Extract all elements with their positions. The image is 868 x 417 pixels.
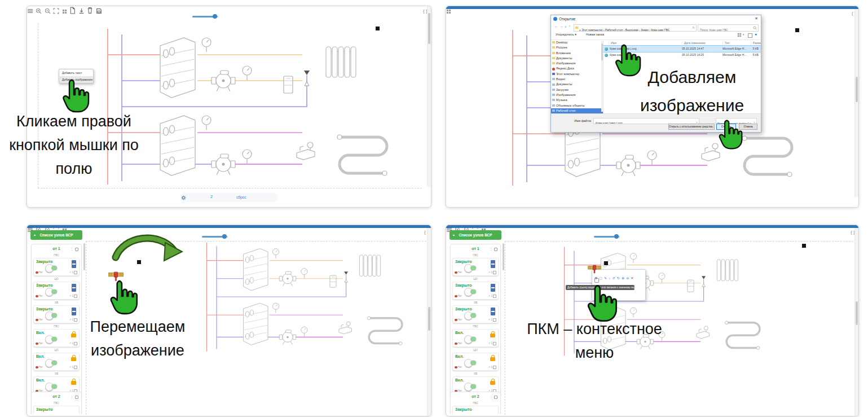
valve-toggle[interactable] [465, 289, 477, 295]
selection-handle[interactable] [137, 260, 141, 264]
sidebar-scrollbar[interactable] [83, 243, 85, 270]
valve-toggle[interactable] [465, 313, 477, 318]
valve-toggle[interactable] [465, 336, 477, 342]
selection-handle[interactable] [376, 27, 380, 30]
new-folder-button[interactable]: Новая папка [586, 33, 604, 36]
popup-tool-icon[interactable]: ✎ [604, 271, 607, 282]
close-icon[interactable]: ✕ [755, 16, 758, 21]
view-icon[interactable] [737, 33, 742, 37]
valve-toggle[interactable] [465, 384, 477, 389]
reset-link[interactable]: сброс [236, 195, 246, 199]
kebab-icon[interactable]: ⋮ [489, 245, 493, 252]
valve-card: Вкл. Нет ↗ 1 [452, 353, 499, 371]
folder-item[interactable]: Документы [551, 82, 603, 87]
help-icon[interactable]: ● [755, 32, 757, 36]
kebab-icon[interactable]: ⋮ [70, 393, 74, 400]
pin-icon[interactable] [75, 248, 78, 251]
column-type[interactable]: Тип [722, 41, 729, 45]
valve-device-icon [72, 284, 76, 292]
sidebar-header[interactable]: ▲ Список узлов ВСР [450, 230, 501, 240]
folder-item[interactable]: Видео [551, 77, 603, 82]
forward-icon[interactable]: → [559, 24, 563, 28]
open-with-button[interactable]: Открыть с использованием средства... [668, 124, 715, 130]
node-group: от 1 ⋮ ГВС Закрыто Нет ↗ 1 [450, 244, 501, 396]
lock-icon [490, 381, 495, 385]
folder-item[interactable]: Музыка [551, 98, 603, 103]
menu-item-add-text[interactable]: Добавить текст [59, 69, 93, 76]
valve-toggle[interactable] [46, 336, 58, 342]
valve-toggle[interactable] [465, 360, 477, 366]
folder-item[interactable]: Загрузки [551, 87, 603, 93]
column-date[interactable]: Дата изменения [682, 41, 706, 45]
valve-toggle[interactable] [46, 265, 58, 271]
pin-icon[interactable] [494, 396, 497, 399]
back-icon[interactable]: ← [554, 24, 558, 28]
popup-tool-icon[interactable]: ↺ [612, 271, 615, 282]
popup-tool-icon[interactable]: ↓ [609, 271, 610, 282]
valve-toggle[interactable] [46, 384, 58, 389]
valve-label: ЦО [452, 276, 499, 281]
folder-icon [552, 84, 555, 86]
popup-tool-icon[interactable]: ↻ [617, 271, 620, 282]
page-number[interactable]: 2 [210, 195, 213, 199]
valve-toggle[interactable] [465, 265, 477, 271]
valve-toggle[interactable] [46, 360, 58, 366]
gear-icon[interactable] [181, 195, 186, 200]
folder-item[interactable]: Объемные объекты [551, 103, 603, 108]
valve-meta: Нет ↗ 1 [455, 318, 496, 322]
valve-state: Вкл. [455, 378, 464, 382]
lock-icon [71, 357, 76, 361]
selection-handle[interactable] [604, 261, 608, 265]
folder-item[interactable]: Яндекс.Диск [551, 66, 603, 71]
node-group: от 2 ⋮ ГВС Закрыто [31, 392, 82, 414]
alarm-dot-icon [455, 366, 457, 369]
refresh-icon[interactable]: ↻ [693, 25, 695, 31]
sidebar-header[interactable]: ▲ Список узлов ВСР [30, 230, 82, 240]
folder-item[interactable]: Этот компьютер [551, 72, 603, 77]
selection-handle[interactable] [802, 244, 806, 248]
pin-icon[interactable] [494, 248, 497, 251]
valve-image[interactable] [588, 263, 601, 274]
search-box[interactable]: Поиск: Кран шар ГВС [698, 24, 759, 32]
folder-item[interactable]: Документы [551, 56, 603, 61]
move-arrow [109, 229, 183, 265]
pin-icon[interactable] [75, 396, 78, 399]
view-dropdown-icon[interactable]: ▾ [743, 33, 744, 36]
kebab-icon[interactable]: ⋮ [70, 245, 74, 252]
folder-icon [552, 104, 555, 107]
selection-handle[interactable] [795, 28, 799, 32]
kebab-icon[interactable]: ⋮ [489, 393, 493, 400]
folder-item[interactable]: Desktop [551, 40, 603, 45]
grid-mini-icon [493, 271, 496, 274]
folder-item[interactable]: Изображения [551, 61, 603, 66]
folder-item[interactable]: Pictures [551, 45, 603, 50]
chevron-down-icon[interactable]: ∨ [565, 25, 567, 28]
valve-meta: Нет ↗ 1 [455, 295, 496, 299]
collapse-icon[interactable]: ▲ [33, 230, 36, 240]
up-icon[interactable]: ↑ [569, 24, 570, 28]
group-title: от 1 ⋮ [33, 245, 80, 252]
sidebar-scrollbar[interactable] [503, 243, 504, 270]
valve-state: Закрыто [455, 407, 472, 411]
nodes-sidebar: ▲ Список узлов ВСР от 1 ⋮ ГВС Закрыто [30, 230, 82, 414]
popup-tool-icon[interactable]: ⊖ [626, 271, 629, 282]
collapse-icon[interactable]: ▲ [452, 230, 455, 240]
valve-toggle[interactable] [46, 313, 58, 318]
folder-item[interactable]: Рабочий стол [551, 108, 603, 113]
scrollbar[interactable] [854, 9, 858, 197]
valve-state: Закрыто [36, 260, 53, 264]
popup-tool-icon[interactable]: ⊕ [622, 271, 624, 282]
valve-card: Вкл. Нет ↗ 1 [33, 329, 80, 347]
folder-icon [552, 99, 555, 101]
popup-option-icon[interactable] [594, 278, 599, 283]
column-size[interactable]: Размер [751, 41, 761, 45]
folder-icon [552, 73, 555, 75]
breadcrumb[interactable]: « Этот компьютер › Рабочий стол › Высоцк… [574, 24, 697, 32]
folder-item[interactable]: Вложения [551, 51, 603, 56]
preview-pane-icon[interactable] [748, 33, 752, 38]
caption-panel2: Добавляемизображение [632, 63, 752, 120]
organize-button[interactable]: Упорядочить ▾ [556, 33, 576, 36]
popup-tool-icon[interactable]: ✕ [631, 271, 633, 282]
valve-toggle[interactable] [46, 289, 58, 295]
folder-item[interactable]: Изображения [551, 93, 603, 98]
